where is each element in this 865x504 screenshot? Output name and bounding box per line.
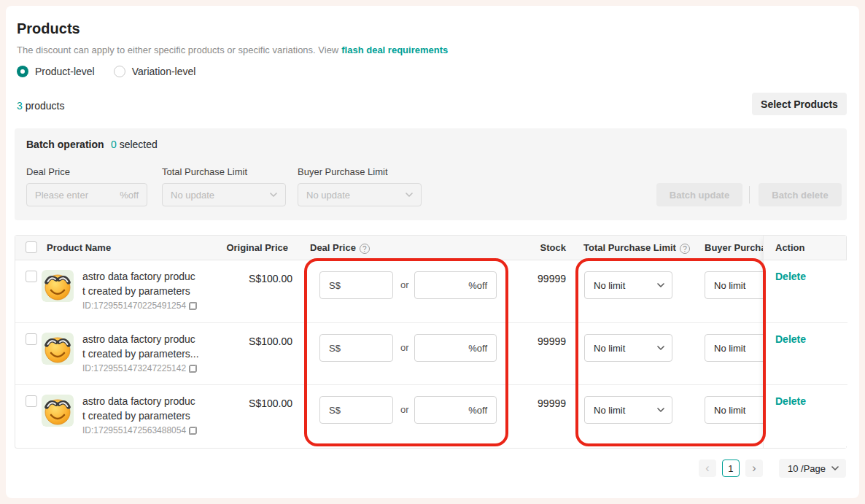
total-limit-select[interactable]: No limit: [584, 396, 672, 424]
header-deal-price-label: Deal Price: [310, 242, 356, 253]
chevron-down-icon: [270, 193, 277, 197]
page-number-button[interactable]: 1: [722, 460, 740, 477]
products-count: 3 products: [17, 100, 64, 112]
radio-selected-icon[interactable]: [17, 66, 28, 77]
product-id: ID:1729551470225491254: [82, 301, 197, 311]
next-icon: ›: [752, 462, 756, 474]
product-name-line2: t created by parameters...: [82, 346, 221, 361]
page-size-value: 10 /Page: [788, 463, 826, 474]
or-label: or: [400, 404, 409, 415]
batch-update-button[interactable]: Batch update: [656, 183, 742, 206]
radio-variation-label: Variation-level: [132, 66, 196, 77]
radio-variation-level[interactable]: Variation-level: [114, 66, 196, 77]
product-id-text: ID:1729551470225491254: [82, 301, 186, 311]
product-id: ID:1729551472563488054: [82, 425, 197, 435]
product-name-line1: astro data factory produc: [82, 269, 221, 284]
batch-buttons-divider: [749, 186, 750, 203]
percent-off-input[interactable]: %off: [414, 334, 497, 362]
percent-off-input[interactable]: %off: [414, 396, 497, 424]
batch-selected-label: selected: [120, 139, 158, 150]
currency-prefix: S$: [329, 405, 341, 416]
delete-link[interactable]: Delete: [775, 333, 806, 345]
batch-selected-number: 0: [111, 139, 117, 150]
header-total-limit: Total Purchase Limit?: [583, 236, 690, 260]
header-deal-price: Deal Price?: [310, 236, 370, 260]
stock-value: 99999: [522, 336, 566, 347]
chevron-down-icon: [657, 346, 664, 350]
product-thumbnail: [42, 270, 74, 302]
product-name-line2: t created by parameters: [82, 284, 221, 298]
batch-operation-title: Batch operation: [26, 139, 104, 150]
percent-suffix: %off: [468, 343, 487, 354]
radio-product-level[interactable]: Product-level: [17, 66, 95, 77]
product-name: astro data factory product created by pa…: [82, 394, 221, 423]
original-price-value: S$100.00: [220, 336, 292, 347]
select-products-button[interactable]: Select Products: [752, 93, 847, 115]
original-price-value: S$100.00: [220, 273, 292, 284]
product-name: astro data factory product created by pa…: [82, 332, 221, 361]
product-name-line1: astro data factory produc: [82, 332, 221, 346]
header-product-name: Product Name: [47, 236, 111, 260]
or-label: or: [400, 342, 409, 353]
deal-price-input[interactable]: S$: [319, 334, 393, 362]
batch-delete-button[interactable]: Batch delete: [759, 183, 842, 206]
action-cell: Delete: [764, 322, 846, 384]
flash-deal-requirements-link[interactable]: flash deal requirements: [341, 44, 448, 55]
batch-total-limit-value: No update: [171, 190, 270, 201]
next-page-button[interactable]: ›: [745, 460, 763, 477]
total-limit-value: No limit: [594, 405, 657, 416]
header-total-limit-label: Total Purchase Limit: [583, 242, 676, 253]
percent-off-input[interactable]: %off: [414, 271, 497, 299]
products-card: Products The discount can apply to eithe…: [6, 6, 859, 498]
radio-unselected-icon[interactable]: [114, 66, 125, 77]
buyer-limit-input[interactable]: No limit: [705, 396, 763, 424]
products-table: Product Name Original Price Deal Price? …: [15, 235, 847, 449]
product-id-text: ID:1729551472563488054: [82, 425, 186, 435]
select-all-checkbox[interactable]: [26, 241, 37, 253]
batch-deal-price-input[interactable]: Please enter %off: [26, 183, 147, 206]
currency-prefix: S$: [329, 343, 341, 354]
batch-selected-count: 0 selected: [111, 139, 158, 150]
chevron-down-icon: [406, 193, 413, 197]
row-checkbox[interactable]: [26, 271, 37, 282]
header-action: Action: [764, 236, 846, 260]
header-stock: Stock: [522, 236, 566, 260]
currency-prefix: S$: [329, 280, 341, 291]
product-id-text: ID:1729551473247225142: [82, 363, 186, 373]
total-limit-select[interactable]: No limit: [584, 334, 672, 362]
prev-page-button[interactable]: ‹: [699, 460, 716, 477]
batch-total-limit-select[interactable]: No update: [162, 183, 286, 206]
copy-icon[interactable]: [189, 302, 197, 310]
buyer-limit-input[interactable]: No limit: [705, 334, 763, 362]
batch-buyer-limit-value: No update: [306, 190, 406, 201]
chevron-down-icon: [657, 408, 664, 412]
batch-deal-price-label: Deal Price: [26, 166, 70, 177]
product-name: astro data factory product created by pa…: [82, 269, 221, 298]
deal-price-input[interactable]: S$: [319, 396, 393, 424]
buyer-limit-wrap: No limit: [705, 334, 763, 362]
copy-icon[interactable]: [189, 365, 197, 373]
batch-total-limit-label: Total Purchase Limit: [162, 166, 247, 177]
batch-buyer-limit-select[interactable]: No update: [298, 183, 422, 206]
row-checkbox[interactable]: [26, 333, 37, 345]
row-checkbox[interactable]: [26, 395, 37, 407]
product-id: ID:1729551473247225142: [82, 363, 197, 373]
delete-link[interactable]: Delete: [775, 271, 806, 282]
table-row: astro data factory product created by pa…: [15, 384, 847, 446]
product-thumbnail: [42, 395, 74, 427]
total-limit-select[interactable]: No limit: [584, 271, 672, 299]
deal-price-input[interactable]: S$: [319, 271, 393, 299]
buyer-limit-input[interactable]: No limit: [705, 271, 763, 299]
delete-link[interactable]: Delete: [775, 395, 806, 407]
help-icon[interactable]: ?: [680, 244, 690, 254]
batch-buyer-limit-label: Buyer Purchase Limit: [298, 166, 388, 177]
page-size-select[interactable]: 10 /Page: [779, 459, 846, 478]
batch-operation-panel: Batch operation 0 selected Deal Price To…: [15, 128, 847, 220]
percent-suffix: %off: [468, 280, 487, 291]
copy-icon[interactable]: [189, 427, 197, 435]
help-icon[interactable]: ?: [360, 244, 370, 254]
buyer-limit-wrap: No limit: [705, 271, 763, 299]
table-row: astro data factory product created by pa…: [15, 260, 847, 322]
pagination: ‹ 1 › 10 /Page: [699, 459, 846, 478]
subtitle-text: The discount can apply to either specifi…: [17, 44, 338, 55]
